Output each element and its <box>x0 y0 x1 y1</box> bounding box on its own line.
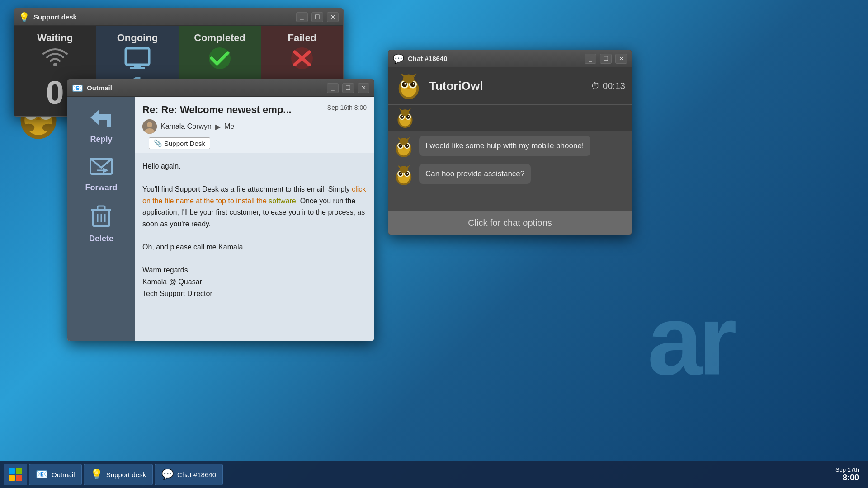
sender-avatar <box>142 119 157 134</box>
mail-date: Sep 16th 8:00 <box>327 104 367 111</box>
chat-message-2: Can hoo provide assistance? <box>393 164 627 186</box>
taskbar-support[interactable]: 💡 Support desk <box>84 464 153 485</box>
chat-window: 💬 Chat #18640 ⎯ ☐ ✕ <box>388 50 632 235</box>
outmail-sidebar: Reply Forward <box>67 97 135 341</box>
outmail-title-icon: 📧 <box>72 83 83 94</box>
taskbar-chat[interactable]: 💬 Chat #18640 <box>155 464 223 485</box>
forward-button[interactable]: Forward <box>72 152 131 196</box>
taskbar-outmail-icon: 📧 <box>36 469 48 480</box>
svg-point-41 <box>404 83 406 85</box>
reply-label: Reply <box>90 135 112 144</box>
attachment-name: Support Desk <box>164 140 205 147</box>
reply-icon <box>90 108 113 133</box>
outmail-body: Reply Forward <box>67 97 374 341</box>
reply-button[interactable]: Reply <box>72 104 131 148</box>
chat-msg-avatar-1 <box>393 136 415 158</box>
chat-messages-area: I woold like some hulp with my mobile ph… <box>388 131 632 211</box>
outmail-minimize-btn[interactable]: ⎯ <box>327 83 339 93</box>
delete-label: Delete <box>89 234 113 244</box>
mail-subject: Re: Re: Welcome newest emp... <box>142 104 292 115</box>
stat-waiting-label: Waiting <box>37 32 73 44</box>
outmail-titlebar: 📧 Outmail ⎯ ☐ ✕ <box>67 80 374 97</box>
chat-maximize-btn[interactable]: ☐ <box>600 54 612 64</box>
support-title-icon: 💡 <box>19 12 30 23</box>
svg-rect-85 <box>9 475 15 481</box>
svg-point-65 <box>400 145 401 146</box>
taskbar-clock: Sep 17th 8:00 <box>835 466 864 483</box>
chat-options-button[interactable]: Click for chat options <box>388 211 632 235</box>
chat-user-name: TutoriOwl <box>429 79 585 93</box>
svg-point-33 <box>147 122 152 127</box>
forward-label: Forward <box>85 183 117 192</box>
mail-sender-to: Me <box>224 122 234 131</box>
stat-completed-label: Completed <box>194 32 245 44</box>
chat-msg-avatar-2 <box>393 164 415 186</box>
svg-point-78 <box>407 173 408 174</box>
checkmark-icon <box>206 47 233 75</box>
svg-rect-86 <box>16 475 22 481</box>
mail-body-greeting: Hello again, <box>142 160 367 172</box>
svg-rect-84 <box>16 468 22 474</box>
chat-header-area: TutoriOwl ⏱ 00:13 <box>388 67 632 105</box>
delete-icon <box>90 204 112 232</box>
chat-minimize-btn[interactable]: ⎯ <box>585 54 596 64</box>
mail-body-sig3: Tech Support Director <box>142 288 367 300</box>
taskbar-outmail[interactable]: 📧 Outmail <box>29 464 82 485</box>
taskbar-chat-label: Chat #18640 <box>177 471 216 479</box>
mail-body: Hello again, You'll find Support Desk as… <box>135 153 374 341</box>
mail-body-para2: Oh, and please call me Kamala. <box>142 241 367 253</box>
chat-msg-text-1: I woold like some hulp with my mobile ph… <box>419 136 590 156</box>
chat-message-1: I woold like some hulp with my mobile ph… <box>393 136 627 158</box>
svg-point-53 <box>402 116 403 117</box>
stat-ongoing-label: Ongoing <box>117 32 158 44</box>
chat-msg-text-2: Can hoo provide assistance? <box>419 164 531 184</box>
delete-button[interactable]: Delete <box>72 201 131 247</box>
svg-rect-17 <box>130 67 145 69</box>
support-titlebar: 💡 Support desk ⎯ ☐ ✕ <box>14 9 343 26</box>
chat-close-btn[interactable]: ✕ <box>615 54 627 64</box>
outmail-close-btn[interactable]: ✕ <box>358 83 369 93</box>
chat-owl-avatar <box>395 72 423 100</box>
mail-body-para1: You'll find Support Desk as a file attac… <box>142 183 367 230</box>
outmail-window: 📧 Outmail ⎯ ☐ ✕ Reply <box>67 79 374 341</box>
mail-highlight-yellow: software <box>269 197 296 205</box>
svg-rect-15 <box>126 48 149 65</box>
outmail-content: Re: Re: Welcome newest emp... Sep 16th 8… <box>135 97 374 341</box>
mail-sender-name: Kamala Corwyn <box>160 122 212 131</box>
svg-rect-16 <box>134 65 141 67</box>
chat-timer: ⏱ 00:13 <box>591 81 625 91</box>
support-minimize-btn[interactable]: ⎯ <box>296 12 308 22</box>
svg-point-66 <box>407 145 408 146</box>
support-title-text: Support desk <box>33 13 292 21</box>
chat-owl-avatar-2 <box>395 108 415 128</box>
wifi-icon <box>42 47 69 75</box>
taskbar-start-button[interactable] <box>4 464 27 485</box>
chat-title-text: Chat #18640 <box>408 55 581 62</box>
mail-body-sig1: Warm regards, <box>142 264 367 276</box>
chat-second-owl-row <box>388 105 632 131</box>
chat-window-body: TutoriOwl ⏱ 00:13 <box>388 67 632 235</box>
chat-title-icon: 💬 <box>393 53 404 64</box>
mail-attachment[interactable]: 📎 Support Desk <box>149 137 210 149</box>
taskbar-chat-icon: 💬 <box>161 469 174 480</box>
svg-point-12 <box>23 124 34 132</box>
svg-rect-83 <box>9 468 15 474</box>
outmail-title-text: Outmail <box>87 84 323 92</box>
desktop-bg-text: ar <box>647 283 732 398</box>
svg-point-13 <box>42 124 54 132</box>
stat-waiting-number: 0 <box>46 76 64 109</box>
mail-sender-arrow: ▶ <box>215 122 221 131</box>
mail-body-sig2: Kamala @ Quasar <box>142 276 367 288</box>
mail-header: Re: Re: Welcome newest emp... Sep 16th 8… <box>135 97 374 153</box>
support-close-btn[interactable]: ✕ <box>327 12 339 22</box>
outmail-maximize-btn[interactable]: ☐ <box>342 83 354 93</box>
attachment-icon: 📎 <box>154 139 162 147</box>
taskbar-outmail-label: Outmail <box>52 471 75 479</box>
support-maximize-btn[interactable]: ☐ <box>311 12 323 22</box>
chat-titlebar: 💬 Chat #18640 ⎯ ☐ ✕ <box>388 50 632 67</box>
svg-point-54 <box>408 116 409 117</box>
svg-point-14 <box>53 63 57 66</box>
taskbar-time: 8:00 <box>835 473 859 483</box>
mail-sender-row: Kamala Corwyn ▶ Me <box>142 119 367 134</box>
timer-icon: ⏱ <box>591 81 600 91</box>
